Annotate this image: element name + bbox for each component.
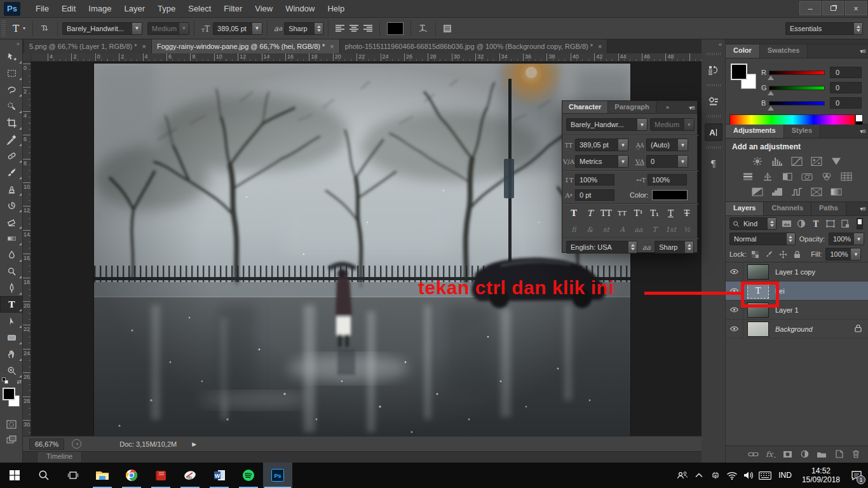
channel-slider[interactable] xyxy=(769,101,825,105)
properties-panel-icon[interactable] xyxy=(705,92,722,110)
cp-font-family-select[interactable]: Barely_Handwr...▼ xyxy=(566,118,648,131)
threshold-icon[interactable] xyxy=(789,186,804,198)
path-selection-tool[interactable] xyxy=(0,313,23,329)
crop-tool[interactable] xyxy=(0,114,23,131)
menu-layer[interactable]: Layer xyxy=(118,1,152,16)
tab-layers[interactable]: Layers xyxy=(726,202,764,215)
slider-thumb[interactable] xyxy=(768,91,774,95)
gradient-map-icon[interactable] xyxy=(829,186,844,198)
layer-name[interactable]: Layer 1 copy xyxy=(775,268,815,276)
paragraph-panel-icon[interactable]: ¶ xyxy=(705,154,722,172)
chevron-up-icon[interactable] xyxy=(691,463,707,488)
marquee-tool[interactable] xyxy=(0,65,23,81)
foreground-color[interactable] xyxy=(3,388,15,400)
type-filter-icon[interactable]: T xyxy=(810,218,822,229)
opentype-button-2[interactable]: st xyxy=(599,223,614,236)
new-layer-icon[interactable] xyxy=(833,449,844,459)
chrome-taskbar-button[interactable] xyxy=(117,463,146,488)
menu-filter[interactable]: Filter xyxy=(217,1,248,16)
horizontal-scale-field[interactable]: 100% xyxy=(648,174,687,186)
lock-transparent-icon[interactable] xyxy=(750,249,760,259)
pixel-filter-icon[interactable] xyxy=(780,218,793,229)
tab-close-icon[interactable]: × xyxy=(330,43,334,50)
swap-colors-icon[interactable]: ⇄ xyxy=(17,379,22,385)
language-indicator[interactable]: IND xyxy=(773,471,797,480)
warp-text-icon[interactable]: T xyxy=(417,23,429,34)
opacity-field[interactable]: 100%▼ xyxy=(829,233,864,245)
curves-icon[interactable] xyxy=(789,155,804,168)
history-brush-tool[interactable] xyxy=(0,197,23,214)
cp-size-select[interactable]: 389,05 pt▼ xyxy=(575,139,628,151)
channel-value-field[interactable]: 0 xyxy=(830,67,862,78)
lasso-tool[interactable] xyxy=(0,81,23,98)
smart-filter-icon[interactable] xyxy=(839,218,851,229)
color-panel-menu-icon[interactable]: ▾≡ xyxy=(860,48,865,55)
dictionary-taskbar-button[interactable] xyxy=(146,463,175,488)
style-caps-button[interactable]: TT xyxy=(599,207,614,219)
spotify-taskbar-button[interactable] xyxy=(234,463,263,488)
move-tool[interactable] xyxy=(0,48,23,65)
wifi-icon[interactable] xyxy=(724,463,740,488)
leading-select[interactable]: (Auto)▼ xyxy=(646,139,688,151)
opentype-button-3[interactable]: A xyxy=(614,223,630,236)
language-select[interactable]: English: USA xyxy=(566,241,637,254)
levels-icon[interactable] xyxy=(770,155,785,168)
color-lookup-icon[interactable] xyxy=(839,170,854,183)
tab-close-icon[interactable]: × xyxy=(142,43,146,50)
history-panel-icon[interactable] xyxy=(705,61,722,79)
vertical-scale-field[interactable]: 100% xyxy=(575,174,614,186)
clone-stamp-tool[interactable] xyxy=(0,180,23,197)
zoom-tool[interactable] xyxy=(0,362,23,379)
kerning-select[interactable]: Metrics▼ xyxy=(575,155,628,168)
new-adjustment-icon[interactable] xyxy=(799,449,810,459)
tracking-select[interactable]: 0▼ xyxy=(646,155,688,168)
default-colors-icon[interactable] xyxy=(2,377,8,384)
menu-edit[interactable]: Edit xyxy=(55,1,82,16)
add-mask-icon[interactable] xyxy=(782,449,793,459)
tab-swatches[interactable]: Swatches xyxy=(760,44,808,58)
restore-button[interactable] xyxy=(822,1,844,15)
document-tab-0[interactable]: 5.png @ 66,7% (Layer 1, RGB/8) *× xyxy=(24,39,152,53)
selective-color-icon[interactable] xyxy=(809,186,824,198)
lock-all-icon[interactable] xyxy=(792,249,802,259)
lock-position-icon[interactable] xyxy=(778,249,788,259)
baseline-shift-field[interactable]: 0 pt xyxy=(575,189,614,201)
cp-anti-alias-select[interactable]: Sharp xyxy=(654,241,694,254)
slider-thumb[interactable] xyxy=(768,76,774,80)
color-balance-icon[interactable] xyxy=(760,170,775,183)
status-flyout-arrow[interactable]: ▶ xyxy=(192,441,196,447)
photoshop-taskbar-button[interactable]: Ps xyxy=(263,463,292,488)
tab-styles[interactable]: Styles xyxy=(784,125,820,138)
photo-filter-icon[interactable] xyxy=(799,170,815,183)
font-family-select[interactable]: Barely_Handwrit...▼ xyxy=(62,22,142,35)
volume-icon[interactable] xyxy=(740,463,757,488)
link-layers-icon[interactable] xyxy=(747,449,759,459)
ruler-corner[interactable] xyxy=(23,53,31,62)
opentype-button-5[interactable]: T xyxy=(647,223,662,236)
layer-thumbnail[interactable] xyxy=(747,322,769,337)
tab-close-icon[interactable]: × xyxy=(598,43,602,50)
posterize-icon[interactable] xyxy=(770,186,785,198)
power-icon[interactable] xyxy=(707,463,724,488)
brush-tool[interactable] xyxy=(0,164,23,180)
search-taskbar-button[interactable] xyxy=(29,463,58,488)
visibility-eye-icon[interactable] xyxy=(726,320,743,339)
file-explorer-taskbar-button[interactable] xyxy=(88,463,117,488)
blend-mode-select[interactable]: Normal xyxy=(729,233,796,245)
current-tool-badge[interactable]: T ▾ xyxy=(8,22,28,36)
anti-alias-select[interactable]: Sharp xyxy=(284,22,323,35)
adjustment-filter-icon[interactable] xyxy=(795,218,808,229)
layers-panel-menu-icon[interactable]: ▾≡ xyxy=(860,205,865,212)
word-taskbar-button[interactable]: W xyxy=(205,463,234,488)
screen-snip-taskbar-button[interactable] xyxy=(175,463,205,488)
delete-layer-icon[interactable] xyxy=(850,449,862,459)
tab-channels[interactable]: Channels xyxy=(764,202,811,215)
workspace-select[interactable]: Essentials xyxy=(785,22,863,35)
hand-tool[interactable] xyxy=(0,346,23,362)
menu-select[interactable]: Select xyxy=(182,1,217,16)
close-button[interactable]: × xyxy=(845,1,867,15)
style-underline-button[interactable]: T xyxy=(663,207,679,219)
layer-thumbnail[interactable] xyxy=(747,264,769,280)
channel-value-field[interactable]: 0 xyxy=(830,82,862,93)
opentype-button-1[interactable]: & xyxy=(582,223,597,236)
